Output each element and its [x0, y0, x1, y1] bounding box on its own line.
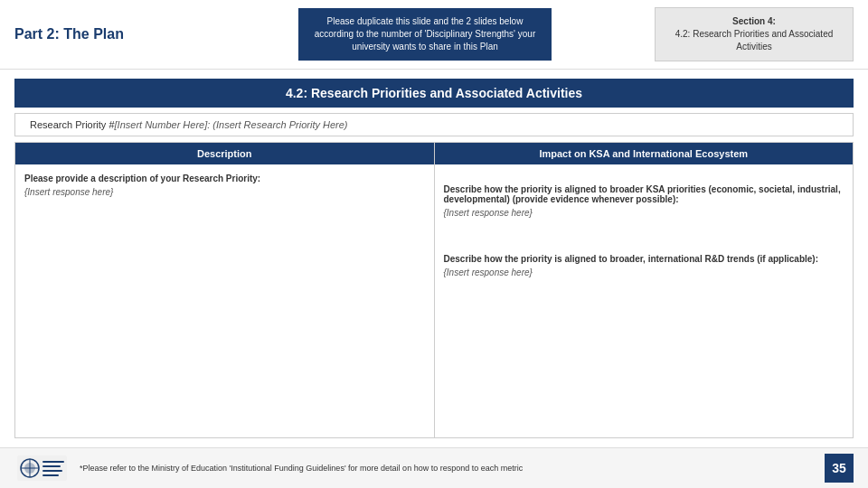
header-left: Part 2: The Plan [14, 26, 195, 42]
research-priority-bar: Research Priority #[Insert Number Here]:… [14, 113, 854, 136]
footer-note: *Please refer to the Ministry of Educati… [80, 464, 814, 473]
impact-section1-label: Describe how the priority is aligned to … [444, 184, 844, 204]
duplicate-instruction: Please duplicate this slide and the 2 sl… [298, 8, 552, 61]
col-description-header: Description [15, 143, 434, 164]
col-description: Description Please provide a description… [15, 143, 435, 437]
svg-rect-8 [42, 474, 59, 476]
description-body-label: Please provide a description of your Res… [24, 174, 425, 183]
col-impact: Impact on KSA and International Ecosyste… [435, 143, 854, 437]
col-impact-body: Describe how the priority is aligned to … [435, 164, 854, 437]
priority-label: Research Priority # [30, 119, 115, 130]
impact-section1-placeholder: {Insert response here} [444, 208, 533, 218]
footer: *Please refer to the Ministry of Educati… [0, 447, 868, 488]
impact-section2-placeholder: {Insert response here} [444, 267, 533, 277]
col-description-body: Please provide a description of your Res… [15, 164, 434, 437]
content-table: Description Please provide a description… [14, 142, 854, 438]
section-title-bar: 4.2: Research Priorities and Associated … [14, 79, 854, 108]
main-content: 4.2: Research Priorities and Associated … [0, 70, 868, 447]
header-right: Section 4: 4.2: Research Priorities and … [655, 7, 854, 61]
section-header-title: Section 4: [666, 15, 842, 28]
priority-placeholder: [Insert Number Here]: (Insert Research P… [115, 119, 348, 130]
footer-logo [14, 455, 69, 482]
header: Part 2: The Plan Please duplicate this s… [0, 0, 868, 70]
svg-rect-7 [42, 470, 62, 472]
svg-rect-5 [42, 461, 64, 463]
description-body-placeholder: {Insert response here} [24, 187, 113, 197]
impact-section2-label: Describe how the priority is aligned to … [444, 254, 844, 264]
part-title: Part 2: The Plan [14, 26, 124, 42]
page-number: 35 [825, 454, 854, 483]
col-impact-header: Impact on KSA and International Ecosyste… [435, 143, 854, 164]
section-header-subtitle: 4.2: Research Priorities and Associated … [675, 29, 834, 52]
header-center: Please duplicate this slide and the 2 sl… [195, 8, 655, 61]
logo-svg [17, 455, 67, 481]
svg-rect-6 [42, 465, 61, 467]
slide: Part 2: The Plan Please duplicate this s… [0, 0, 868, 488]
